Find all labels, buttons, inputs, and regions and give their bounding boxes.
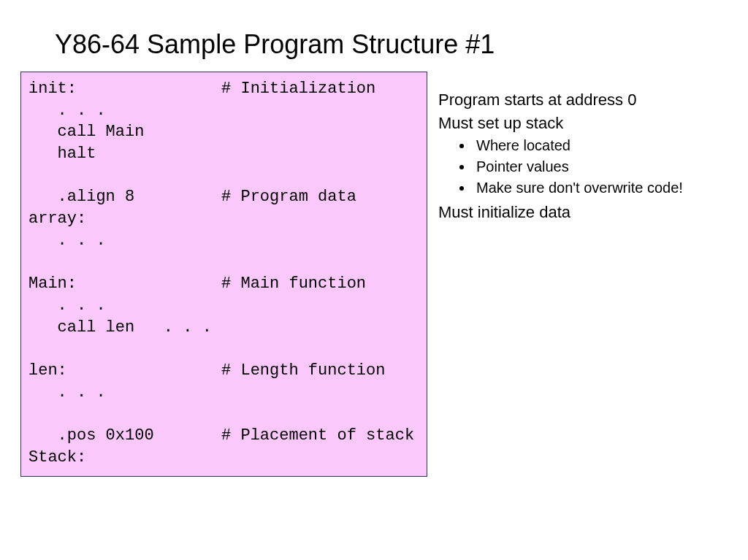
- notes-panel: Program starts at address 0 Must set up …: [438, 89, 730, 225]
- note-line-2: Must set up stack: [438, 112, 730, 134]
- bullet-item: Make sure don't overwrite code!: [473, 177, 730, 199]
- note-line-1: Program starts at address 0: [438, 89, 730, 111]
- bullet-item: Where located: [473, 135, 730, 156]
- slide-title: Y86-64 Sample Program Structure #1: [55, 29, 495, 60]
- note-line-3: Must initialize data: [438, 202, 730, 223]
- bullet-item: Pointer values: [473, 156, 730, 177]
- code-block: init: # Initialization . . . call Main h…: [20, 72, 427, 477]
- bullet-list: Where located Pointer values Make sure d…: [473, 135, 730, 199]
